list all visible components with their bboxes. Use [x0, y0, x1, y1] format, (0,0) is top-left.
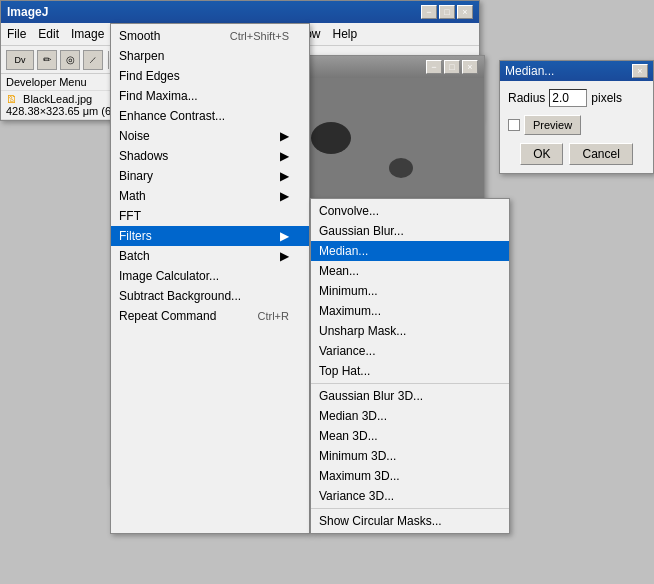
process-menu: Smooth Ctrl+Shift+S Sharpen Find Edges F… [110, 23, 310, 534]
filter-show-circular-masks-label: Show Circular Masks... [319, 514, 442, 528]
menu-image-calculator-label: Image Calculator... [119, 269, 219, 283]
toolbar-icon-circle[interactable]: ◎ [60, 50, 80, 70]
menu-repeat-command[interactable]: Repeat Command Ctrl+R [111, 306, 309, 326]
preview-button[interactable]: Preview [524, 115, 581, 135]
filter-maximum[interactable]: Maximum... [311, 301, 509, 321]
menu-find-maxima[interactable]: Find Maxima... [111, 86, 309, 106]
menu-binary-label: Binary [119, 169, 153, 183]
radius-input[interactable] [549, 89, 587, 107]
toolbar-icon-wand[interactable]: ⟋ [83, 50, 103, 70]
filter-unsharp-mask[interactable]: Unsharp Mask... [311, 321, 509, 341]
filter-top-hat-label: Top Hat... [319, 364, 370, 378]
menu-smooth-shortcut: Ctrl+Shift+S [230, 30, 289, 42]
filter-maximum-label: Maximum... [319, 304, 381, 318]
filter-median[interactable]: Median... [311, 241, 509, 261]
dialog-body: Radius pixels Preview OK Cancel [500, 81, 653, 173]
filter-mean-3d[interactable]: Mean 3D... [311, 426, 509, 446]
file-icon: 🖻 [6, 93, 17, 105]
filter-minimum-3d[interactable]: Minimum 3D... [311, 446, 509, 466]
menu-sharpen-label: Sharpen [119, 49, 164, 63]
filter-gaussian-blur-label: Gaussian Blur... [319, 224, 404, 238]
filter-mean[interactable]: Mean... [311, 261, 509, 281]
filter-show-circular-masks[interactable]: Show Circular Masks... [311, 511, 509, 531]
filter-top-hat[interactable]: Top Hat... [311, 361, 509, 381]
preview-row: Preview [508, 115, 645, 135]
menu-binary[interactable]: Binary ▶ [111, 166, 309, 186]
menu-filters[interactable]: Filters ▶ [111, 226, 309, 246]
menu-fft[interactable]: FFT [111, 206, 309, 226]
menu-batch-label: Batch [119, 249, 150, 263]
filter-separator-2 [311, 508, 509, 509]
filter-median-label: Median... [319, 244, 368, 258]
menu-noise-arrow: ▶ [280, 129, 289, 143]
menu-edit[interactable]: Edit [32, 25, 65, 43]
filter-minimum[interactable]: Minimum... [311, 281, 509, 301]
maximize-button[interactable]: □ [439, 5, 455, 19]
menu-noise-label: Noise [119, 129, 150, 143]
menu-math-label: Math [119, 189, 146, 203]
toolbar-icon-brush[interactable]: ✏ [37, 50, 57, 70]
toolbar-icon-dev[interactable]: Dv [6, 50, 34, 70]
menu-shadows-arrow: ▶ [280, 149, 289, 163]
menu-filters-label: Filters [119, 229, 152, 243]
filter-gaussian-blur[interactable]: Gaussian Blur... [311, 221, 509, 241]
pixels-label: pixels [591, 91, 622, 105]
menu-smooth[interactable]: Smooth Ctrl+Shift+S [111, 26, 309, 46]
cancel-button[interactable]: Cancel [569, 143, 632, 165]
median-dialog: Median... × Radius pixels Preview OK Can… [499, 60, 654, 174]
process-dropdown: Smooth Ctrl+Shift+S Sharpen Find Edges F… [110, 23, 510, 534]
menu-noise[interactable]: Noise ▶ [111, 126, 309, 146]
dialog-close-button[interactable]: × [632, 64, 648, 78]
filter-variance[interactable]: Variance... [311, 341, 509, 361]
ok-button[interactable]: OK [520, 143, 563, 165]
filters-submenu: Convolve... Gaussian Blur... Median... M… [310, 198, 510, 534]
filter-convolve[interactable]: Convolve... [311, 201, 509, 221]
filter-maximum-3d-label: Maximum 3D... [319, 469, 400, 483]
radius-label: Radius [508, 91, 545, 105]
dialog-buttons: OK Cancel [508, 143, 645, 165]
menu-image[interactable]: Image [65, 25, 110, 43]
title-bar: ImageJ − □ × [1, 1, 479, 23]
menu-repeat-shortcut: Ctrl+R [258, 310, 289, 322]
menu-find-edges-label: Find Edges [119, 69, 180, 83]
menu-shadows[interactable]: Shadows ▶ [111, 146, 309, 166]
filter-unsharp-mask-label: Unsharp Mask... [319, 324, 406, 338]
minimize-button[interactable]: − [421, 5, 437, 19]
filter-variance-label: Variance... [319, 344, 375, 358]
menu-smooth-label: Smooth [119, 29, 160, 43]
toolbar-separator [108, 51, 109, 69]
window-controls: − □ × [421, 5, 473, 19]
menu-find-edges[interactable]: Find Edges [111, 66, 309, 86]
filter-variance-3d[interactable]: Variance 3D... [311, 486, 509, 506]
preview-checkbox[interactable] [508, 119, 520, 131]
menu-enhance-contrast[interactable]: Enhance Contrast... [111, 106, 309, 126]
menu-find-maxima-label: Find Maxima... [119, 89, 198, 103]
menu-image-calculator[interactable]: Image Calculator... [111, 266, 309, 286]
menu-subtract-background[interactable]: Subtract Background... [111, 286, 309, 306]
menu-batch-arrow: ▶ [280, 249, 289, 263]
filter-gaussian-blur-3d[interactable]: Gaussian Blur 3D... [311, 386, 509, 406]
filter-maximum-3d[interactable]: Maximum 3D... [311, 466, 509, 486]
menu-batch[interactable]: Batch ▶ [111, 246, 309, 266]
filter-mean-label: Mean... [319, 264, 359, 278]
file-name: BlackLead.jpg [23, 93, 92, 105]
dialog-title: Median... [505, 64, 554, 78]
filter-convolve-label: Convolve... [319, 204, 379, 218]
filter-minimum-label: Minimum... [319, 284, 378, 298]
filter-minimum-3d-label: Minimum 3D... [319, 449, 396, 463]
menu-sharpen[interactable]: Sharpen [111, 46, 309, 66]
dev-menu-label[interactable]: Developer Menu [6, 76, 87, 88]
filter-gaussian-blur-3d-label: Gaussian Blur 3D... [319, 389, 423, 403]
filter-median-3d[interactable]: Median 3D... [311, 406, 509, 426]
menu-file[interactable]: File [1, 25, 32, 43]
menu-subtract-background-label: Subtract Background... [119, 289, 241, 303]
close-button[interactable]: × [457, 5, 473, 19]
filter-median-3d-label: Median 3D... [319, 409, 387, 423]
filter-mean-3d-label: Mean 3D... [319, 429, 378, 443]
menu-binary-arrow: ▶ [280, 169, 289, 183]
filter-variance-3d-label: Variance 3D... [319, 489, 394, 503]
menu-math[interactable]: Math ▶ [111, 186, 309, 206]
menu-shadows-label: Shadows [119, 149, 168, 163]
dialog-title-bar: Median... × [500, 61, 653, 81]
menu-filters-arrow: ▶ [280, 229, 289, 243]
